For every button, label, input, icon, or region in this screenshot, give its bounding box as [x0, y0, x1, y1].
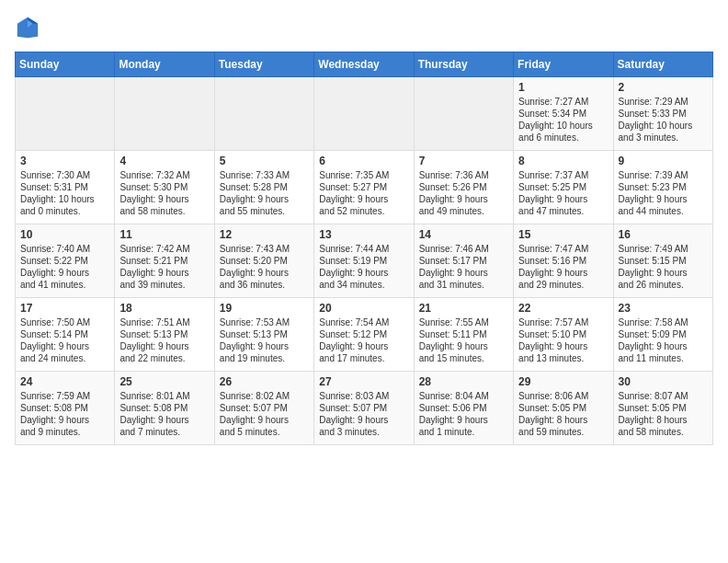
- day-number: 23: [619, 302, 708, 315]
- calendar-cell: 29Sunrise: 8:06 AMSunset: 5:05 PMDayligh…: [514, 372, 613, 445]
- day-info: Sunset: 5:23 PM: [619, 181, 708, 193]
- day-info: and 7 minutes.: [119, 426, 209, 438]
- day-info: and 26 minutes.: [619, 279, 708, 291]
- day-info: Sunrise: 8:06 AM: [518, 390, 608, 402]
- day-info: Sunrise: 8:01 AM: [119, 390, 209, 402]
- calendar-cell: 25Sunrise: 8:01 AMSunset: 5:08 PMDayligh…: [115, 372, 214, 445]
- day-info: Daylight: 9 hours: [119, 267, 209, 279]
- calendar-cell: 28Sunrise: 8:04 AMSunset: 5:06 PMDayligh…: [414, 372, 513, 445]
- calendar-cell: 8Sunrise: 7:37 AMSunset: 5:25 PMDaylight…: [514, 151, 613, 224]
- day-info: Sunset: 5:05 PM: [619, 402, 708, 414]
- day-info: Sunrise: 7:44 AM: [319, 243, 408, 255]
- day-info: Sunset: 5:06 PM: [419, 402, 508, 414]
- day-number: 14: [419, 228, 508, 241]
- calendar-cell: 22Sunrise: 7:57 AMSunset: 5:10 PMDayligh…: [514, 298, 613, 372]
- day-number: 17: [20, 302, 109, 315]
- calendar-cell: 19Sunrise: 7:53 AMSunset: 5:13 PMDayligh…: [214, 298, 313, 372]
- day-number: 12: [220, 228, 309, 241]
- calendar-cell: 13Sunrise: 7:44 AMSunset: 5:19 PMDayligh…: [314, 224, 414, 298]
- day-info: Sunrise: 7:40 AM: [20, 243, 109, 255]
- day-info: Sunset: 5:31 PM: [20, 181, 109, 193]
- day-info: Sunset: 5:20 PM: [220, 255, 309, 267]
- day-number: 5: [220, 155, 309, 167]
- day-info: Daylight: 10 hours: [518, 120, 608, 132]
- calendar-cell: 18Sunrise: 7:51 AMSunset: 5:13 PMDayligh…: [115, 298, 214, 372]
- day-info: and 49 minutes.: [419, 205, 508, 217]
- day-info: Sunrise: 7:27 AM: [518, 96, 608, 108]
- day-info: Sunset: 5:09 PM: [619, 328, 708, 340]
- day-number: 28: [419, 375, 508, 388]
- day-info: and 0 minutes.: [20, 205, 109, 217]
- day-info: Sunrise: 7:35 AM: [319, 169, 408, 181]
- calendar-cell: 26Sunrise: 8:02 AMSunset: 5:07 PMDayligh…: [214, 372, 313, 445]
- day-info: Daylight: 9 hours: [20, 340, 109, 352]
- day-info: Sunrise: 7:33 AM: [220, 169, 309, 181]
- day-info: Daylight: 9 hours: [220, 340, 309, 352]
- col-header-monday: Monday: [115, 52, 214, 77]
- day-info: Sunrise: 7:47 AM: [518, 243, 608, 255]
- day-info: Daylight: 9 hours: [518, 193, 608, 205]
- day-info: Sunset: 5:33 PM: [619, 108, 708, 120]
- day-info: and 5 minutes.: [220, 426, 309, 438]
- day-info: Daylight: 9 hours: [119, 414, 209, 426]
- calendar-cell: [16, 77, 115, 151]
- day-info: and 39 minutes.: [119, 279, 209, 291]
- day-info: and 24 minutes.: [20, 352, 109, 364]
- day-info: Sunset: 5:12 PM: [319, 328, 408, 340]
- day-info: and 6 minutes.: [518, 132, 608, 144]
- day-info: and 11 minutes.: [619, 352, 708, 364]
- day-info: Daylight: 9 hours: [419, 193, 508, 205]
- day-number: 3: [20, 155, 109, 167]
- calendar-cell: [414, 77, 513, 151]
- day-info: Sunset: 5:15 PM: [619, 255, 708, 267]
- day-info: Daylight: 9 hours: [119, 340, 209, 352]
- day-info: Daylight: 9 hours: [319, 340, 408, 352]
- day-info: and 58 minutes.: [119, 205, 209, 217]
- page-header: [15, 15, 713, 40]
- day-number: 22: [518, 302, 608, 315]
- calendar-cell: 24Sunrise: 7:59 AMSunset: 5:08 PMDayligh…: [16, 372, 115, 445]
- calendar-cell: 27Sunrise: 8:03 AMSunset: 5:07 PMDayligh…: [314, 372, 414, 445]
- logo: [15, 15, 44, 40]
- day-info: Sunrise: 7:29 AM: [619, 96, 708, 108]
- calendar-cell: 23Sunrise: 7:58 AMSunset: 5:09 PMDayligh…: [613, 298, 712, 372]
- day-number: 30: [619, 375, 708, 388]
- day-number: 26: [220, 375, 309, 388]
- calendar-cell: 7Sunrise: 7:36 AMSunset: 5:26 PMDaylight…: [414, 151, 513, 224]
- day-info: Daylight: 9 hours: [220, 193, 309, 205]
- day-info: Sunset: 5:14 PM: [20, 328, 109, 340]
- day-number: 1: [518, 81, 608, 94]
- day-number: 16: [619, 228, 708, 241]
- col-header-thursday: Thursday: [414, 52, 513, 77]
- day-info: Sunset: 5:10 PM: [518, 328, 608, 340]
- day-number: 20: [319, 302, 408, 315]
- day-info: and 52 minutes.: [319, 205, 408, 217]
- day-number: 19: [220, 302, 309, 315]
- day-info: and 13 minutes.: [518, 352, 608, 364]
- day-info: Sunrise: 8:02 AM: [220, 390, 309, 402]
- day-number: 9: [619, 155, 708, 167]
- day-info: Daylight: 9 hours: [619, 267, 708, 279]
- day-info: and 41 minutes.: [20, 279, 109, 291]
- day-info: Sunset: 5:34 PM: [518, 108, 608, 120]
- day-info: and 15 minutes.: [419, 352, 508, 364]
- day-number: 18: [119, 302, 209, 315]
- day-info: and 17 minutes.: [319, 352, 408, 364]
- day-info: and 3 minutes.: [319, 426, 408, 438]
- day-info: and 59 minutes.: [518, 426, 608, 438]
- col-header-friday: Friday: [514, 52, 613, 77]
- day-info: and 29 minutes.: [518, 279, 608, 291]
- day-info: Sunset: 5:21 PM: [119, 255, 209, 267]
- day-info: Sunrise: 7:39 AM: [619, 169, 708, 181]
- calendar-cell: 9Sunrise: 7:39 AMSunset: 5:23 PMDaylight…: [613, 151, 712, 224]
- calendar-cell: 17Sunrise: 7:50 AMSunset: 5:14 PMDayligh…: [16, 298, 115, 372]
- day-info: Sunrise: 7:50 AM: [20, 316, 109, 328]
- calendar-cell: [115, 77, 214, 151]
- day-info: Daylight: 8 hours: [619, 414, 708, 426]
- day-info: Sunset: 5:07 PM: [319, 402, 408, 414]
- day-info: Sunrise: 7:36 AM: [419, 169, 508, 181]
- day-info: Sunrise: 7:57 AM: [518, 316, 608, 328]
- day-info: Sunrise: 7:43 AM: [220, 243, 309, 255]
- day-number: 2: [619, 81, 708, 94]
- day-info: Sunset: 5:05 PM: [518, 402, 608, 414]
